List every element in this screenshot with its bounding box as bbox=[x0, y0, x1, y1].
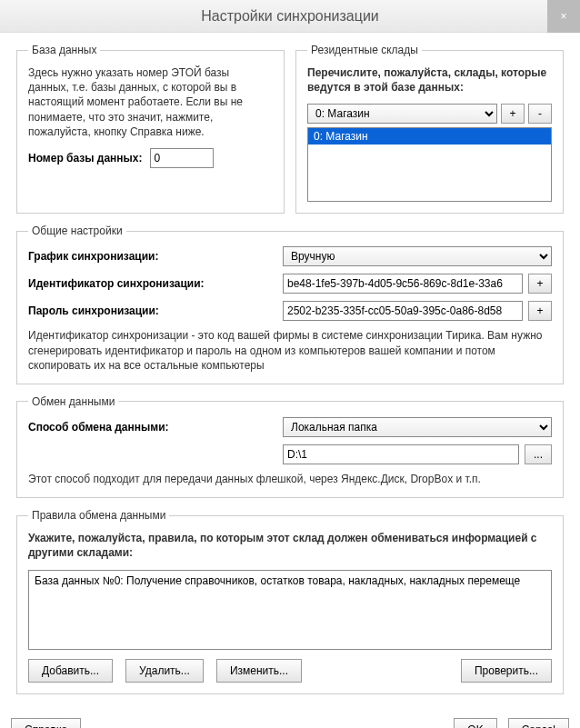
exchange-group: Обмен данными Способ обмена данными: Лок… bbox=[16, 395, 564, 498]
common-legend: Общие настройки bbox=[28, 224, 126, 237]
resident-remove-button[interactable]: - bbox=[528, 104, 552, 124]
exchange-path-input[interactable] bbox=[283, 444, 519, 464]
exchange-method-select[interactable]: Локальная папка bbox=[283, 417, 552, 437]
resident-listbox[interactable]: 0: Магазин bbox=[307, 127, 552, 202]
list-item[interactable]: 0: Магазин bbox=[308, 128, 551, 145]
database-legend: База данных bbox=[28, 44, 100, 56]
sync-pwd-generate-button[interactable]: + bbox=[528, 301, 552, 321]
rules-legend: Правила обмена данными bbox=[28, 509, 169, 522]
resident-legend: Резидентные склады bbox=[307, 44, 422, 56]
schedule-select[interactable]: Вручную bbox=[283, 246, 552, 266]
rules-delete-button[interactable]: Удалить... bbox=[125, 659, 204, 683]
exchange-method-label: Способ обмена данными: bbox=[28, 421, 283, 434]
resident-select[interactable]: 0: Магазин bbox=[307, 104, 497, 124]
sync-id-input[interactable] bbox=[283, 274, 523, 294]
common-hint: Идентификатор синхронизации - это код ва… bbox=[28, 328, 552, 373]
schedule-label: График синхронизации: bbox=[28, 250, 283, 263]
exchange-legend: Обмен данными bbox=[28, 395, 118, 408]
cancel-button[interactable]: Cancel bbox=[508, 718, 569, 729]
resident-add-button[interactable]: + bbox=[501, 104, 525, 124]
database-desc: Здесь нужно указать номер ЭТОЙ базы данн… bbox=[28, 65, 273, 139]
database-group: База данных Здесь нужно указать номер ЭТ… bbox=[16, 44, 285, 214]
help-button[interactable]: Справка bbox=[11, 718, 81, 729]
common-group: Общие настройки График синхронизации: Вр… bbox=[16, 224, 564, 384]
close-button[interactable]: × bbox=[547, 0, 580, 33]
rules-add-button[interactable]: Добавить... bbox=[28, 659, 113, 683]
sync-pwd-label: Пароль синхронизации: bbox=[28, 304, 283, 317]
rules-listbox[interactable]: База данных №0: Получение справочников, … bbox=[28, 570, 552, 650]
titlebar: Настройки синхронизации × bbox=[0, 0, 580, 33]
rules-check-button[interactable]: Проверить... bbox=[461, 659, 552, 683]
sync-id-label: Идентификатор синхронизации: bbox=[28, 277, 283, 290]
exchange-hint: Этот способ подходит для передачи данных… bbox=[28, 472, 552, 486]
close-icon: × bbox=[560, 10, 566, 23]
list-item[interactable]: База данных №0: Получение справочников, … bbox=[35, 574, 545, 587]
browse-button[interactable]: ... bbox=[525, 444, 552, 464]
sync-pwd-input[interactable] bbox=[283, 301, 523, 321]
window-title: Настройки синхронизации bbox=[201, 8, 379, 25]
rules-edit-button[interactable]: Изменить... bbox=[216, 659, 302, 683]
rules-desc: Укажите, пожалуйста, правила, по которым… bbox=[28, 531, 552, 560]
database-number-label: Номер базы данных: bbox=[28, 152, 143, 165]
ok-button[interactable]: OK bbox=[454, 718, 496, 729]
resident-desc: Перечислите, пожалуйста, склады, которые… bbox=[307, 65, 552, 95]
sync-id-generate-button[interactable]: + bbox=[528, 274, 552, 294]
rules-group: Правила обмена данными Укажите, пожалуйс… bbox=[16, 509, 564, 693]
database-number-input[interactable] bbox=[150, 148, 214, 168]
resident-group: Резидентные склады Перечислите, пожалуйс… bbox=[295, 44, 564, 214]
